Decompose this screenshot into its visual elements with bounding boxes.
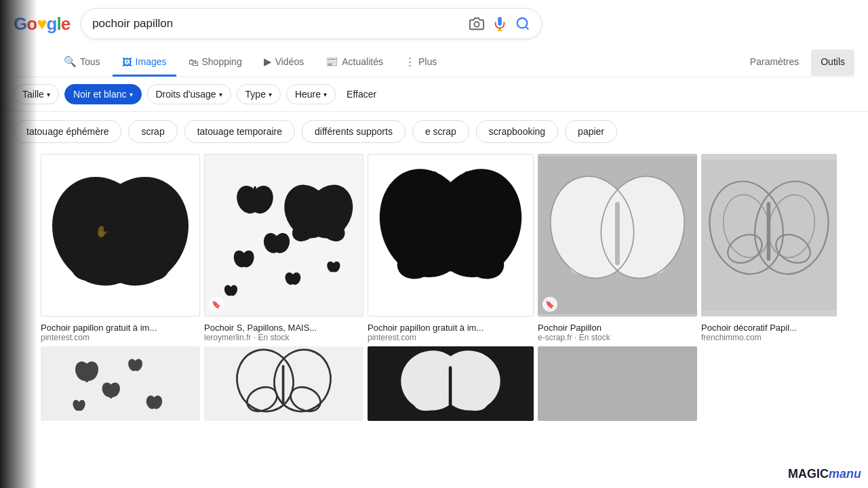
- tab-tous[interactable]: 🔍 Tous: [54, 49, 110, 77]
- tab-videos[interactable]: ▶ Vidéos: [254, 49, 314, 77]
- tab-videos-label: Vidéos: [275, 56, 304, 67]
- svg-rect-45: [282, 365, 285, 406]
- voice-search-button[interactable]: [492, 16, 507, 31]
- tab-shopping[interactable]: 🛍 Shopping: [179, 49, 252, 77]
- suggestion-scrap[interactable]: scrap: [128, 120, 177, 143]
- news-icon: 📰: [326, 56, 338, 68]
- search-submit-button[interactable]: [515, 16, 530, 31]
- images-icon: 🖼: [122, 56, 132, 68]
- suggestion-papier[interactable]: papier: [565, 120, 617, 143]
- grid-col-2: 🔖 Pochoir S, Papillons, MAIS... leroymer…: [204, 154, 363, 433]
- search-icons: [469, 16, 530, 31]
- suggestion-scrap-label: scrap: [141, 126, 164, 137]
- filter-taille-label: Taille: [22, 89, 44, 100]
- filter-noir-blanc-label: Noir et blanc: [73, 89, 127, 100]
- svg-rect-57: [449, 366, 452, 407]
- source-name-2: leroymerlin.fr: [204, 333, 251, 342]
- caption-3: Pochoir papillon gratuit à im... pintere…: [368, 321, 534, 342]
- filter-droits-usage-label: Droits d'usage: [156, 89, 216, 100]
- filter-droits-usage[interactable]: Droits d'usage ▾: [147, 84, 231, 104]
- filter-noir-blanc[interactable]: Noir et blanc ▾: [64, 84, 142, 104]
- watermark-manu: manu: [829, 467, 861, 481]
- search-icon: 🔍: [64, 56, 77, 68]
- tab-parametres-label: Paramètres: [750, 56, 799, 67]
- grid-col-4: 🔖 Pochoir Papillon e-scrap.fr · En stock: [538, 154, 697, 433]
- suggestion-differents-supports[interactable]: différents supports: [302, 120, 406, 143]
- suggestion-tatouage-ephemere[interactable]: tatouage éphémère: [14, 120, 121, 143]
- image-title-5: Pochoir décoratif Papil...: [701, 323, 837, 333]
- image-card-8[interactable]: [368, 346, 534, 421]
- svg-point-3: [517, 18, 528, 28]
- image-card-6[interactable]: [41, 346, 200, 421]
- svg-point-42: [267, 346, 337, 418]
- svg-point-41: [230, 346, 300, 418]
- tab-plus-label: Plus: [418, 56, 437, 67]
- svg-point-16: [109, 391, 113, 399]
- grid-col-5: Pochoir décoratif Papil... frenchimmo.co…: [701, 154, 837, 433]
- shopping-icon: 🛍: [189, 56, 199, 68]
- tab-parametres[interactable]: Paramètres: [741, 49, 808, 76]
- suggestion-scrapbooking[interactable]: scrapbooking: [476, 120, 558, 143]
- image-card-5[interactable]: [701, 154, 837, 317]
- filter-effacer-label: Effacer: [347, 89, 376, 100]
- tab-actualites-label: Actualités: [342, 56, 383, 67]
- chevron-down-icon: ▾: [323, 91, 327, 98]
- chevron-down-icon: ▾: [219, 91, 222, 98]
- suggestion-e-scrap[interactable]: e scrap: [412, 120, 469, 143]
- suggestion-tatouage-temporaire-label: tatouage temporaire: [197, 126, 282, 137]
- tab-actualites[interactable]: 📰 Actualités: [316, 49, 393, 77]
- separator-4: ·: [574, 333, 579, 342]
- tab-plus[interactable]: ⋮ Plus: [395, 49, 446, 77]
- image-card-2[interactable]: 🔖: [204, 154, 363, 317]
- svg-rect-27: [316, 192, 319, 235]
- image-card-3[interactable]: [368, 154, 534, 317]
- search-bar: [81, 8, 542, 39]
- tab-images[interactable]: 🖼 Images: [113, 49, 176, 77]
- svg-rect-63: [615, 202, 620, 265]
- grid-col-3: Pochoir papillon gratuit à im... pintere…: [368, 154, 534, 433]
- caption-4: Pochoir Papillon e-scrap.fr · En stock: [538, 321, 697, 342]
- svg-point-0: [474, 22, 479, 26]
- logo-o1: o: [26, 14, 37, 35]
- suggestion-tatouage-temporaire[interactable]: tatouage temporaire: [184, 120, 295, 143]
- suggestion-scrapbooking-label: scrapbooking: [489, 126, 545, 137]
- filter-effacer[interactable]: Effacer: [341, 85, 382, 104]
- image-title-2: Pochoir S, Papillons, MAIS...: [204, 323, 363, 333]
- camera-search-button[interactable]: [469, 16, 484, 31]
- image-source-5: frenchimmo.com: [701, 333, 837, 342]
- logo-g2: g: [47, 14, 57, 35]
- image-source-1: pinterest.com: [41, 333, 200, 342]
- image-card-1[interactable]: ✋: [41, 154, 200, 317]
- caption-5: Pochoir décoratif Papil... frenchimmo.co…: [701, 321, 837, 342]
- grid-col-1: ✋ Pochoir papillon gratuit à im... pinte…: [41, 154, 200, 433]
- suggestion-papier-label: papier: [578, 126, 604, 137]
- tab-images-label: Images: [136, 56, 167, 67]
- tab-tous-label: Tous: [80, 56, 100, 67]
- caption-2: Pochoir S, Papillons, MAIS... leroymerli…: [204, 321, 363, 342]
- svg-rect-9: [118, 203, 123, 266]
- tab-outils[interactable]: Outils: [811, 49, 854, 76]
- bookmark-icon-4: 🔖: [542, 297, 557, 312]
- image-card-7[interactable]: [204, 346, 363, 421]
- filter-heure-label: Heure: [295, 89, 321, 100]
- image-source-2: leroymerlin.fr · En stock: [204, 333, 363, 342]
- videos-icon: ▶: [264, 56, 272, 68]
- filter-type[interactable]: Type ▾: [237, 84, 281, 104]
- suggestion-tatouage-ephemere-label: tatouage éphémère: [26, 126, 108, 137]
- source-name-4: e-scrap.fr: [538, 333, 572, 342]
- search-input[interactable]: [92, 17, 469, 30]
- image-title-4: Pochoir Papillon: [538, 323, 697, 333]
- filter-heure[interactable]: Heure ▾: [286, 84, 336, 104]
- svg-point-52: [465, 171, 469, 176]
- image-card-9[interactable]: [538, 346, 697, 421]
- google-logo: Go♥gle: [14, 14, 70, 35]
- logo-g: G: [14, 14, 26, 35]
- svg-line-4: [526, 26, 528, 29]
- filter-taille[interactable]: Taille ▾: [14, 84, 59, 104]
- image-grid: ✋ Pochoir papillon gratuit à im... pinte…: [0, 151, 868, 436]
- image-card-4[interactable]: 🔖: [538, 154, 697, 317]
- svg-point-13: [84, 373, 89, 383]
- tab-outils-label: Outils: [821, 56, 845, 67]
- suggestion-differents-supports-label: différents supports: [315, 126, 393, 137]
- in-stock-2: En stock: [258, 333, 289, 342]
